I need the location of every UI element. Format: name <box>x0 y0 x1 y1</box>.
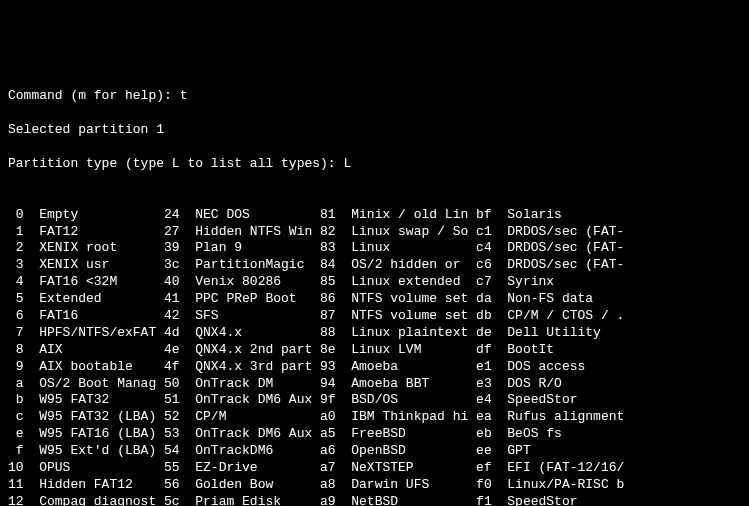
table-row: 1 FAT12 27 Hidden NTFS Win 82 Linux swap… <box>8 224 741 241</box>
table-row: 8 AIX 4e QNX4.x 2nd part 8e Linux LVM df… <box>8 342 741 359</box>
table-row: 2 XENIX root 39 Plan 9 83 Linux c4 DRDOS… <box>8 240 741 257</box>
user-input: L <box>343 156 351 171</box>
table-row: 4 FAT16 <32M 40 Venix 80286 85 Linux ext… <box>8 274 741 291</box>
table-row: 5 Extended 41 PPC PReP Boot 86 NTFS volu… <box>8 291 741 308</box>
table-row: 7 HPFS/NTFS/exFAT 4d QNX4.x 88 Linux pla… <box>8 325 741 342</box>
command-prompt-line: Command (m for help): t <box>8 88 741 105</box>
table-row: 9 AIX bootable 4f QNX4.x 3rd part 93 Amo… <box>8 359 741 376</box>
table-row: 11 Hidden FAT12 56 Golden Bow a8 Darwin … <box>8 477 741 494</box>
table-row: f W95 Ext'd (LBA) 54 OnTrackDM6 a6 OpenB… <box>8 443 741 460</box>
table-row: 0 Empty 24 NEC DOS 81 Minix / old Lin bf… <box>8 207 741 224</box>
selected-partition-line: Selected partition 1 <box>8 122 741 139</box>
table-row: c W95 FAT32 (LBA) 52 CP/M a0 IBM Thinkpa… <box>8 409 741 426</box>
terminal-output[interactable]: Command (m for help): t Selected partiti… <box>8 72 741 506</box>
prompt-text: Partition type (type L to list all types… <box>8 156 343 171</box>
user-input: t <box>180 88 188 103</box>
table-row: 10 OPUS 55 EZ-Drive a7 NeXTSTEP ef EFI (… <box>8 460 741 477</box>
table-row: b W95 FAT32 51 OnTrack DM6 Aux 9f BSD/OS… <box>8 392 741 409</box>
table-row: e W95 FAT16 (LBA) 53 OnTrack DM6 Aux a5 … <box>8 426 741 443</box>
table-row: 12 Compaq diagnost 5c Priam Edisk a9 Net… <box>8 494 741 506</box>
table-row: 3 XENIX usr 3c PartitionMagic 84 OS/2 hi… <box>8 257 741 274</box>
prompt-text: Command (m for help): <box>8 88 180 103</box>
partition-type-prompt-line: Partition type (type L to list all types… <box>8 156 741 173</box>
table-row: a OS/2 Boot Manag 50 OnTrack DM 94 Amoeb… <box>8 376 741 393</box>
partition-types-table: 0 Empty 24 NEC DOS 81 Minix / old Lin bf… <box>8 207 741 506</box>
table-row: 6 FAT16 42 SFS 87 NTFS volume set db CP/… <box>8 308 741 325</box>
